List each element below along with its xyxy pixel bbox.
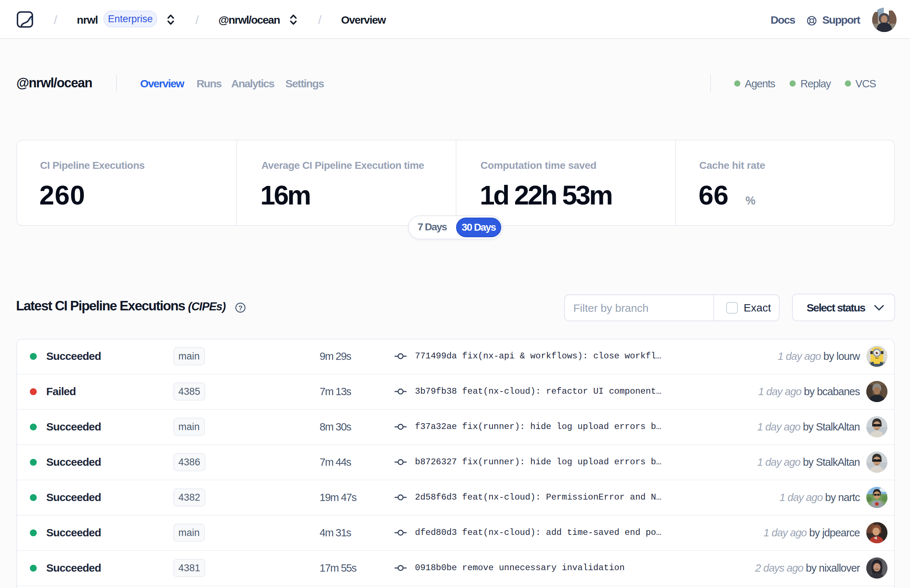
svg-text:?: ? <box>238 304 243 312</box>
